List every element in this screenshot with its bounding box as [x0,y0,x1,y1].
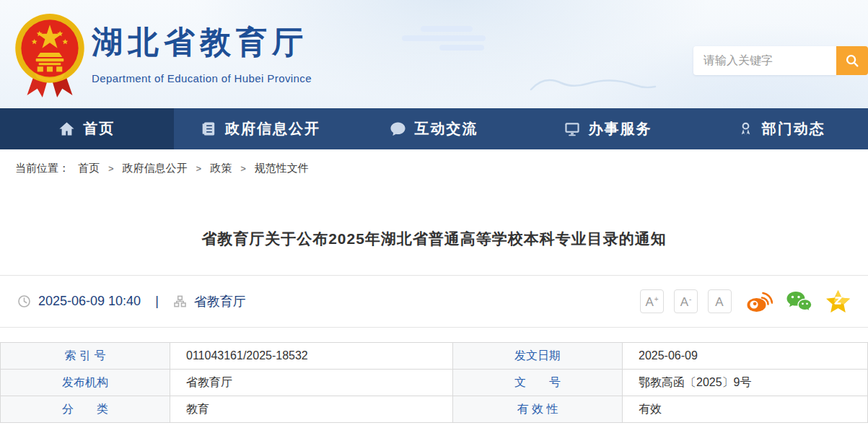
table-row: 发布机构 省教育厅 文 号 鄂教高函〔2025〕9号 [1,370,868,396]
font-reset-button[interactable]: A [708,289,732,313]
article-tools: A+ A- A [640,289,851,314]
cloud-decoration [402,26,486,51]
wechat-icon[interactable] [786,290,812,313]
search-input[interactable] [693,46,836,75]
site-brand: 湖北省教育厅 Department of Education of Hubei … [92,22,312,84]
breadcrumb-item-home[interactable]: 首页 [78,162,100,175]
document-icon [201,121,217,137]
nav-item-department-news[interactable]: 部门动态 [694,108,868,149]
doc-field-value: 鄂教高函〔2025〕9号 [623,370,868,396]
nav-item-label: 互动交流 [414,119,478,139]
nav-item-home[interactable]: 首页 [0,108,174,149]
doc-field-label: 分 类 [1,396,170,423]
font-increase-button[interactable]: A+ [640,289,664,313]
doc-field-value: 有效 [623,396,868,423]
breadcrumb-separator: > [108,163,114,174]
nav-item-interaction[interactable]: 互动交流 [347,108,521,149]
nav-item-label: 办事服务 [589,119,652,139]
monitor-icon [564,121,581,137]
qzone-icon[interactable] [825,289,851,314]
sitemap-icon [173,294,187,308]
page: 湖北省教育厅 Department of Education of Hubei … [0,0,868,441]
doc-field-value: 教育 [170,396,453,423]
search-bar [693,46,868,75]
weibo-icon[interactable] [746,290,773,313]
doc-field-value: 省教育厅 [170,370,453,396]
nav-item-label: 政府信息公开 [225,119,320,139]
doc-field-label: 文 号 [453,370,623,396]
site-title: 湖北省教育厅 [92,22,312,64]
clock-icon [17,294,31,308]
nav-item-label: 首页 [83,119,115,139]
search-icon [844,53,860,69]
main-nav: 首页 政府信息公开 互动交流 办事服务 部门动态 [0,108,868,149]
doc-field-value: 2025-06-09 [623,343,868,370]
site-header: 湖北省教育厅 Department of Education of Hubei … [0,0,868,108]
doc-field-label: 发文日期 [453,343,623,370]
search-button[interactable] [836,46,868,75]
breadcrumb-prefix: 当前位置： [15,162,69,175]
article-title: 省教育厅关于公布2025年湖北省普通高等学校本科专业目录的通知 [0,229,868,249]
article-meta: 2025-06-09 10:40 | 省教育厅 [17,293,246,310]
publish-source: 省教育厅 [194,293,246,310]
nav-item-label: 部门动态 [762,119,825,139]
doc-field-value: 011043161/2025-18532 [170,343,453,370]
breadcrumb: 当前位置： 首页 > 政府信息公开 > 政策 > 规范性文件 [0,149,868,185]
table-row: 分 类 教育 有 效 性 有效 [1,396,868,423]
publish-datetime: 2025-06-09 10:40 [38,294,141,309]
breadcrumb-item-gov-info[interactable]: 政府信息公开 [123,162,188,175]
site-subtitle: Department of Education of Hubei Provinc… [92,72,312,84]
doc-info-table: 索 引 号 011043161/2025-18532 发文日期 2025-06-… [0,342,868,423]
nav-item-services[interactable]: 办事服务 [521,108,695,149]
meta-separator: | [155,294,159,309]
badge-icon [737,121,754,137]
breadcrumb-item-policy[interactable]: 政策 [210,162,232,175]
font-decrease-button[interactable]: A- [674,289,698,313]
breadcrumb-separator: > [196,163,202,174]
doc-field-label: 发布机构 [1,370,170,396]
doc-field-label: 有 效 性 [453,396,623,423]
table-row: 索 引 号 011043161/2025-18532 发文日期 2025-06-… [1,343,868,370]
cloud-line-decoration [528,71,658,97]
home-icon [58,121,75,137]
breadcrumb-separator: > [240,163,246,174]
breadcrumb-item-normative-docs[interactable]: 规范性文件 [255,162,309,175]
article-meta-bar: 2025-06-09 10:40 | 省教育厅 A+ A- A [0,275,868,328]
doc-field-label: 索 引 号 [1,343,170,370]
national-emblem-logo [13,9,87,100]
chat-bubble-icon [390,121,406,137]
nav-item-gov-info[interactable]: 政府信息公开 [174,108,348,149]
